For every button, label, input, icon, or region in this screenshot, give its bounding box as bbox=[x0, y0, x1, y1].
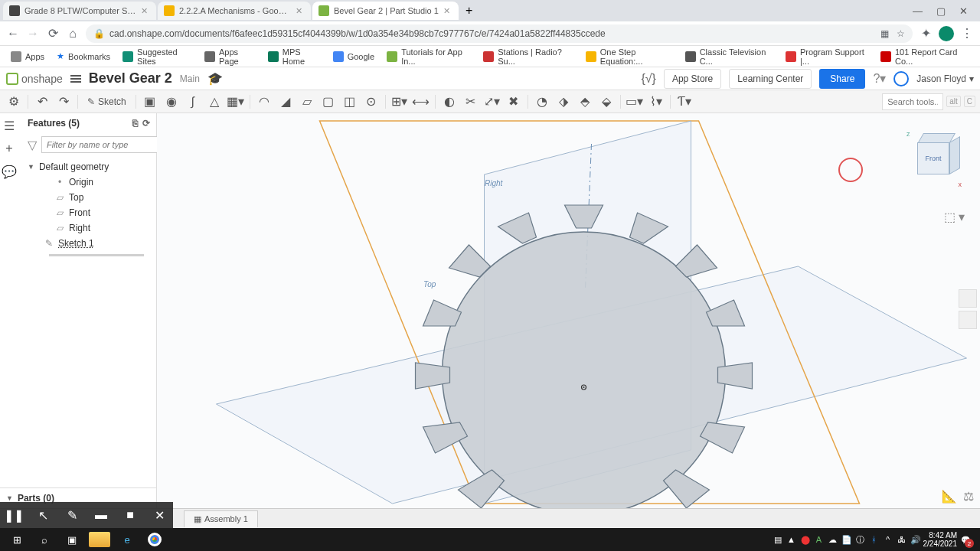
plane-icon[interactable]: ▭▾ bbox=[626, 93, 644, 111]
tray-icon[interactable]: ⬤ bbox=[799, 533, 812, 546]
chevron-down-icon[interactable]: ▾ bbox=[959, 210, 965, 224]
file-explorer-icon[interactable] bbox=[89, 532, 110, 547]
extensions-icon[interactable]: ✦ bbox=[919, 27, 933, 41]
rollback-icon[interactable]: ⎘ bbox=[132, 118, 138, 129]
bookmark-item[interactable]: Classic Television C... bbox=[681, 45, 778, 68]
ie-icon[interactable]: e bbox=[113, 530, 141, 549]
network-icon[interactable]: 🖧 bbox=[896, 533, 908, 546]
view-cube[interactable]: z Front x bbox=[903, 129, 965, 190]
loft-icon[interactable]: △ bbox=[205, 93, 224, 111]
tray-icon[interactable]: A bbox=[813, 533, 825, 546]
profile-avatar-icon[interactable] bbox=[939, 26, 954, 41]
cube-right-face[interactable] bbox=[949, 136, 960, 174]
search-icon[interactable]: ⌕ bbox=[31, 530, 58, 549]
pattern-icon[interactable]: ⊞▾ bbox=[390, 93, 409, 111]
learning-center-button[interactable]: Learning Center bbox=[729, 69, 812, 89]
tray-icon[interactable]: ☁ bbox=[827, 533, 839, 546]
tray-icon[interactable]: ⓘ bbox=[854, 533, 867, 546]
extrude-icon[interactable]: ▣ bbox=[141, 93, 159, 111]
replace-face-icon[interactable]: ⬘ bbox=[576, 93, 594, 111]
model-canvas[interactable]: Right Top z Front x ⬚▾ 📐 ⚖ bbox=[157, 113, 980, 508]
bookmark-item[interactable]: One Step Equation:... bbox=[581, 45, 678, 68]
bookmark-item[interactable]: Stations | Radio? Su... bbox=[479, 45, 578, 68]
star-icon[interactable]: ☆ bbox=[897, 28, 905, 39]
close-icon[interactable]: ✕ bbox=[443, 6, 452, 15]
sketch-button[interactable]: ✎ Sketch bbox=[83, 93, 131, 111]
refresh-icon[interactable]: ⟳ bbox=[142, 118, 150, 129]
search-tools-input[interactable] bbox=[882, 93, 943, 110]
fillet-icon[interactable]: ◠ bbox=[255, 93, 273, 111]
menu-icon[interactable] bbox=[70, 75, 81, 83]
pen-icon[interactable]: ✎ bbox=[64, 507, 80, 523]
mass-properties-icon[interactable] bbox=[959, 311, 977, 329]
close-toolbar-icon[interactable]: ✕ bbox=[152, 507, 167, 523]
notifications-icon[interactable]: 💬 bbox=[959, 533, 972, 546]
volume-icon[interactable]: 🔊 bbox=[910, 533, 922, 546]
help-icon[interactable]: ?▾ bbox=[873, 71, 886, 86]
browser-tab[interactable]: 2.2.2.A Mechanisms - Google Sli ✕ bbox=[158, 2, 311, 20]
tree-top-plane[interactable]: ▱ Top bbox=[21, 190, 156, 205]
bookmark-item[interactable]: Apps Page bbox=[200, 45, 260, 68]
bookmark-item[interactable]: Suggested Sites bbox=[118, 45, 197, 68]
tree-sketch-1[interactable]: ✎ Sketch 1 bbox=[21, 236, 156, 251]
start-button[interactable]: ⊞ bbox=[3, 530, 31, 549]
thicken-icon[interactable]: ▦▾ bbox=[227, 93, 245, 111]
bookmark-item[interactable]: Program Support |... bbox=[781, 45, 873, 68]
tray-icon[interactable]: ▲ bbox=[786, 533, 798, 546]
tray-chevron-icon[interactable]: ^ bbox=[882, 533, 894, 546]
tree-origin[interactable]: • Origin bbox=[21, 174, 156, 190]
webcam-icon[interactable]: ■ bbox=[122, 507, 138, 523]
hole-icon[interactable]: ⊙ bbox=[362, 93, 381, 111]
helix-icon[interactable]: ⌇▾ bbox=[647, 93, 665, 111]
rib-icon[interactable]: ◫ bbox=[341, 93, 359, 111]
home-icon[interactable]: ⌂ bbox=[66, 27, 80, 41]
bookmark-item[interactable]: Tutorials for App In... bbox=[382, 45, 475, 68]
tree-right-plane[interactable]: ▱ Right bbox=[21, 220, 156, 236]
bookmark-apps[interactable]: Apps bbox=[6, 49, 49, 64]
qr-icon[interactable]: ▦ bbox=[880, 28, 889, 39]
units-icon[interactable]: ⚖ bbox=[963, 489, 974, 504]
shell-icon[interactable]: ▢ bbox=[319, 93, 338, 111]
filter-icon[interactable]: ▽ bbox=[28, 138, 37, 152]
chrome-icon[interactable] bbox=[141, 530, 168, 549]
move-face-icon[interactable]: ⬗ bbox=[554, 93, 573, 111]
close-window-icon[interactable]: ✕ bbox=[959, 5, 968, 17]
delete-face-icon[interactable]: ✖ bbox=[505, 93, 523, 111]
offset-surface-icon[interactable]: ⬙ bbox=[597, 93, 616, 111]
variable-icon[interactable]: Ƭ▾ bbox=[675, 93, 694, 111]
redo-icon[interactable]: ↷ bbox=[54, 93, 73, 111]
tray-icon[interactable]: ▤ bbox=[772, 533, 784, 546]
menu-icon[interactable]: ⋮ bbox=[960, 27, 974, 41]
feature-list-icon[interactable]: ⚙ bbox=[5, 93, 23, 111]
close-icon[interactable]: ✕ bbox=[141, 6, 150, 15]
document-title[interactable]: Bevel Gear 2 bbox=[89, 70, 172, 86]
pause-icon[interactable]: ❚❚ bbox=[6, 507, 21, 523]
bookmark-item[interactable]: 101 Report Card Co... bbox=[876, 45, 974, 68]
back-icon[interactable]: ← bbox=[6, 27, 20, 41]
rollback-bar[interactable] bbox=[49, 254, 144, 256]
measure-icon[interactable]: 📐 bbox=[942, 489, 957, 504]
user-menu[interactable]: Jason Floyd ▾ bbox=[916, 73, 974, 84]
browser-tab-active[interactable]: Bevel Gear 2 | Part Studio 1 ✕ bbox=[312, 2, 459, 20]
transform-icon[interactable]: ⤢▾ bbox=[483, 93, 501, 111]
minimize-icon[interactable]: — bbox=[913, 5, 923, 17]
onshape-logo[interactable]: onshape bbox=[6, 73, 63, 85]
feature-filter-input[interactable] bbox=[41, 136, 158, 153]
tree-front-plane[interactable]: ▱ Front bbox=[21, 205, 156, 220]
version-graph-icon[interactable]: {√} bbox=[641, 72, 655, 86]
url-field[interactable]: 🔒 cad.onshape.com/documents/f6afeec1d593… bbox=[86, 24, 913, 43]
pointer-icon[interactable]: ↖ bbox=[35, 507, 51, 523]
reload-icon[interactable]: ⟳ bbox=[46, 27, 60, 41]
app-store-button[interactable]: App Store bbox=[664, 69, 721, 89]
comments-tab-icon[interactable]: 💬 bbox=[0, 162, 18, 181]
sweep-icon[interactable]: ∫ bbox=[184, 93, 202, 111]
bookmark-item[interactable]: Google bbox=[328, 49, 379, 64]
bookmark-item[interactable]: MPS Home bbox=[263, 45, 325, 68]
draft-icon[interactable]: ▱ bbox=[298, 93, 316, 111]
mirror-icon[interactable]: ⟷ bbox=[412, 93, 430, 111]
feature-tree-tab-icon[interactable]: ☰ bbox=[0, 116, 18, 135]
highlighter-icon[interactable]: ▬ bbox=[93, 507, 109, 523]
browser-tab[interactable]: Grade 8 PLTW/Computer Scien ✕ bbox=[3, 2, 156, 20]
revolve-icon[interactable]: ◉ bbox=[162, 93, 181, 111]
close-icon[interactable]: ✕ bbox=[296, 6, 305, 15]
